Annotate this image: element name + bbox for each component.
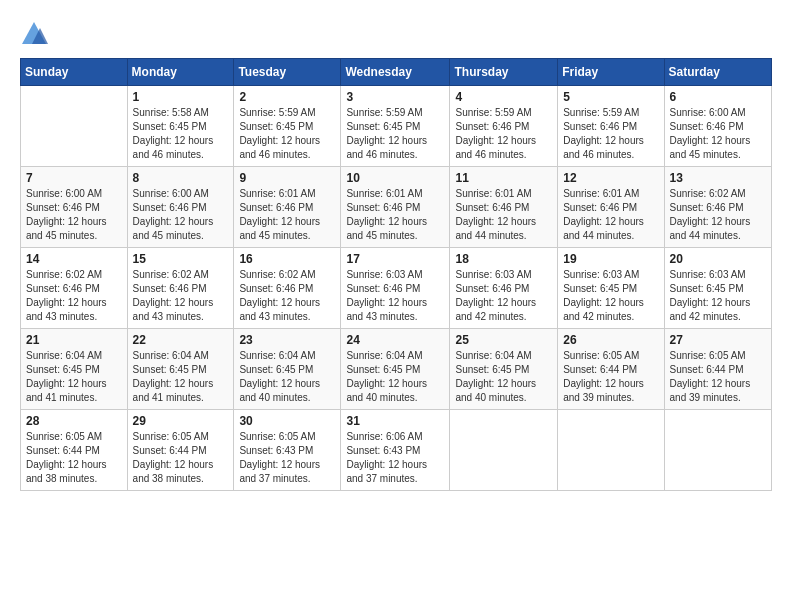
day-info: Sunrise: 6:03 AMSunset: 6:46 PMDaylight:… bbox=[455, 268, 552, 324]
day-info: Sunrise: 5:59 AMSunset: 6:45 PMDaylight:… bbox=[346, 106, 444, 162]
calendar-cell: 28Sunrise: 6:05 AMSunset: 6:44 PMDayligh… bbox=[21, 410, 128, 491]
calendar-cell: 22Sunrise: 6:04 AMSunset: 6:45 PMDayligh… bbox=[127, 329, 234, 410]
day-info: Sunrise: 6:05 AMSunset: 6:43 PMDaylight:… bbox=[239, 430, 335, 486]
calendar-cell: 7Sunrise: 6:00 AMSunset: 6:46 PMDaylight… bbox=[21, 167, 128, 248]
day-info: Sunrise: 6:05 AMSunset: 6:44 PMDaylight:… bbox=[26, 430, 122, 486]
calendar-cell: 20Sunrise: 6:03 AMSunset: 6:45 PMDayligh… bbox=[664, 248, 771, 329]
logo-icon bbox=[20, 20, 48, 48]
day-number: 5 bbox=[563, 90, 658, 104]
calendar-cell bbox=[558, 410, 664, 491]
day-info: Sunrise: 6:04 AMSunset: 6:45 PMDaylight:… bbox=[346, 349, 444, 405]
calendar-cell: 6Sunrise: 6:00 AMSunset: 6:46 PMDaylight… bbox=[664, 86, 771, 167]
day-number: 21 bbox=[26, 333, 122, 347]
day-info: Sunrise: 6:04 AMSunset: 6:45 PMDaylight:… bbox=[26, 349, 122, 405]
day-number: 17 bbox=[346, 252, 444, 266]
day-number: 28 bbox=[26, 414, 122, 428]
calendar-cell: 13Sunrise: 6:02 AMSunset: 6:46 PMDayligh… bbox=[664, 167, 771, 248]
day-info: Sunrise: 6:02 AMSunset: 6:46 PMDaylight:… bbox=[133, 268, 229, 324]
day-info: Sunrise: 6:05 AMSunset: 6:44 PMDaylight:… bbox=[133, 430, 229, 486]
calendar-cell: 4Sunrise: 5:59 AMSunset: 6:46 PMDaylight… bbox=[450, 86, 558, 167]
calendar-cell: 3Sunrise: 5:59 AMSunset: 6:45 PMDaylight… bbox=[341, 86, 450, 167]
weekday-header-wednesday: Wednesday bbox=[341, 59, 450, 86]
day-info: Sunrise: 6:00 AMSunset: 6:46 PMDaylight:… bbox=[26, 187, 122, 243]
day-number: 31 bbox=[346, 414, 444, 428]
day-number: 8 bbox=[133, 171, 229, 185]
day-info: Sunrise: 6:03 AMSunset: 6:45 PMDaylight:… bbox=[563, 268, 658, 324]
day-number: 7 bbox=[26, 171, 122, 185]
calendar-cell: 21Sunrise: 6:04 AMSunset: 6:45 PMDayligh… bbox=[21, 329, 128, 410]
calendar-cell: 1Sunrise: 5:58 AMSunset: 6:45 PMDaylight… bbox=[127, 86, 234, 167]
calendar-cell: 29Sunrise: 6:05 AMSunset: 6:44 PMDayligh… bbox=[127, 410, 234, 491]
day-number: 4 bbox=[455, 90, 552, 104]
calendar-cell: 12Sunrise: 6:01 AMSunset: 6:46 PMDayligh… bbox=[558, 167, 664, 248]
day-info: Sunrise: 5:59 AMSunset: 6:46 PMDaylight:… bbox=[563, 106, 658, 162]
page-header bbox=[20, 20, 772, 48]
day-number: 1 bbox=[133, 90, 229, 104]
calendar-table: SundayMondayTuesdayWednesdayThursdayFrid… bbox=[20, 58, 772, 491]
calendar-cell: 15Sunrise: 6:02 AMSunset: 6:46 PMDayligh… bbox=[127, 248, 234, 329]
day-number: 12 bbox=[563, 171, 658, 185]
weekday-header-friday: Friday bbox=[558, 59, 664, 86]
day-info: Sunrise: 6:03 AMSunset: 6:46 PMDaylight:… bbox=[346, 268, 444, 324]
day-number: 13 bbox=[670, 171, 766, 185]
day-info: Sunrise: 6:03 AMSunset: 6:45 PMDaylight:… bbox=[670, 268, 766, 324]
calendar-cell: 10Sunrise: 6:01 AMSunset: 6:46 PMDayligh… bbox=[341, 167, 450, 248]
weekday-header-row: SundayMondayTuesdayWednesdayThursdayFrid… bbox=[21, 59, 772, 86]
day-info: Sunrise: 6:02 AMSunset: 6:46 PMDaylight:… bbox=[239, 268, 335, 324]
calendar-cell: 23Sunrise: 6:04 AMSunset: 6:45 PMDayligh… bbox=[234, 329, 341, 410]
calendar-cell: 27Sunrise: 6:05 AMSunset: 6:44 PMDayligh… bbox=[664, 329, 771, 410]
day-number: 25 bbox=[455, 333, 552, 347]
calendar-cell: 18Sunrise: 6:03 AMSunset: 6:46 PMDayligh… bbox=[450, 248, 558, 329]
day-info: Sunrise: 6:00 AMSunset: 6:46 PMDaylight:… bbox=[133, 187, 229, 243]
calendar-cell bbox=[664, 410, 771, 491]
day-number: 23 bbox=[239, 333, 335, 347]
week-row-4: 21Sunrise: 6:04 AMSunset: 6:45 PMDayligh… bbox=[21, 329, 772, 410]
day-info: Sunrise: 6:05 AMSunset: 6:44 PMDaylight:… bbox=[563, 349, 658, 405]
calendar-cell: 31Sunrise: 6:06 AMSunset: 6:43 PMDayligh… bbox=[341, 410, 450, 491]
day-info: Sunrise: 6:04 AMSunset: 6:45 PMDaylight:… bbox=[455, 349, 552, 405]
week-row-2: 7Sunrise: 6:00 AMSunset: 6:46 PMDaylight… bbox=[21, 167, 772, 248]
calendar-cell: 14Sunrise: 6:02 AMSunset: 6:46 PMDayligh… bbox=[21, 248, 128, 329]
logo bbox=[20, 20, 50, 48]
day-number: 18 bbox=[455, 252, 552, 266]
day-number: 15 bbox=[133, 252, 229, 266]
calendar-cell bbox=[450, 410, 558, 491]
day-number: 27 bbox=[670, 333, 766, 347]
weekday-header-thursday: Thursday bbox=[450, 59, 558, 86]
day-info: Sunrise: 6:04 AMSunset: 6:45 PMDaylight:… bbox=[239, 349, 335, 405]
calendar-cell: 9Sunrise: 6:01 AMSunset: 6:46 PMDaylight… bbox=[234, 167, 341, 248]
calendar-cell: 8Sunrise: 6:00 AMSunset: 6:46 PMDaylight… bbox=[127, 167, 234, 248]
calendar-cell: 24Sunrise: 6:04 AMSunset: 6:45 PMDayligh… bbox=[341, 329, 450, 410]
day-info: Sunrise: 5:58 AMSunset: 6:45 PMDaylight:… bbox=[133, 106, 229, 162]
calendar-cell: 5Sunrise: 5:59 AMSunset: 6:46 PMDaylight… bbox=[558, 86, 664, 167]
day-number: 22 bbox=[133, 333, 229, 347]
day-number: 16 bbox=[239, 252, 335, 266]
day-info: Sunrise: 6:04 AMSunset: 6:45 PMDaylight:… bbox=[133, 349, 229, 405]
calendar-cell: 17Sunrise: 6:03 AMSunset: 6:46 PMDayligh… bbox=[341, 248, 450, 329]
day-info: Sunrise: 6:05 AMSunset: 6:44 PMDaylight:… bbox=[670, 349, 766, 405]
week-row-3: 14Sunrise: 6:02 AMSunset: 6:46 PMDayligh… bbox=[21, 248, 772, 329]
calendar-cell: 2Sunrise: 5:59 AMSunset: 6:45 PMDaylight… bbox=[234, 86, 341, 167]
calendar-cell: 30Sunrise: 6:05 AMSunset: 6:43 PMDayligh… bbox=[234, 410, 341, 491]
day-info: Sunrise: 6:00 AMSunset: 6:46 PMDaylight:… bbox=[670, 106, 766, 162]
calendar-cell: 19Sunrise: 6:03 AMSunset: 6:45 PMDayligh… bbox=[558, 248, 664, 329]
day-info: Sunrise: 6:02 AMSunset: 6:46 PMDaylight:… bbox=[670, 187, 766, 243]
day-info: Sunrise: 6:01 AMSunset: 6:46 PMDaylight:… bbox=[455, 187, 552, 243]
day-number: 20 bbox=[670, 252, 766, 266]
day-info: Sunrise: 5:59 AMSunset: 6:46 PMDaylight:… bbox=[455, 106, 552, 162]
weekday-header-saturday: Saturday bbox=[664, 59, 771, 86]
week-row-1: 1Sunrise: 5:58 AMSunset: 6:45 PMDaylight… bbox=[21, 86, 772, 167]
day-info: Sunrise: 6:01 AMSunset: 6:46 PMDaylight:… bbox=[239, 187, 335, 243]
day-number: 6 bbox=[670, 90, 766, 104]
day-info: Sunrise: 6:01 AMSunset: 6:46 PMDaylight:… bbox=[346, 187, 444, 243]
day-number: 26 bbox=[563, 333, 658, 347]
day-info: Sunrise: 6:06 AMSunset: 6:43 PMDaylight:… bbox=[346, 430, 444, 486]
calendar-cell: 25Sunrise: 6:04 AMSunset: 6:45 PMDayligh… bbox=[450, 329, 558, 410]
day-number: 10 bbox=[346, 171, 444, 185]
weekday-header-tuesday: Tuesday bbox=[234, 59, 341, 86]
day-number: 19 bbox=[563, 252, 658, 266]
calendar-cell bbox=[21, 86, 128, 167]
calendar-cell: 11Sunrise: 6:01 AMSunset: 6:46 PMDayligh… bbox=[450, 167, 558, 248]
day-info: Sunrise: 5:59 AMSunset: 6:45 PMDaylight:… bbox=[239, 106, 335, 162]
weekday-header-monday: Monday bbox=[127, 59, 234, 86]
